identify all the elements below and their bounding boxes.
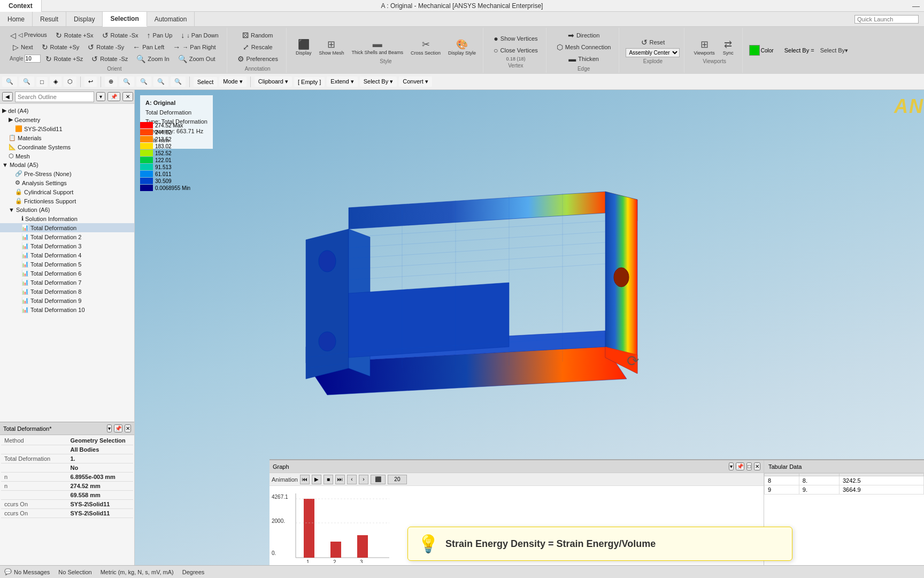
outline-pin-btn[interactable]: 📌 xyxy=(107,92,120,101)
tree-item-model[interactable]: ▶ del (A4) xyxy=(0,106,134,115)
close-vertices-btn[interactable]: ○Close Vertices xyxy=(490,44,542,56)
anim-start-btn[interactable]: ⏮ xyxy=(300,475,310,484)
tree-item-analysis[interactable]: ⚙ Analysis Settings xyxy=(0,178,134,187)
context-tab[interactable]: Context xyxy=(0,0,42,12)
zoom-out-btn[interactable]: 🔍Zoom Out xyxy=(174,53,219,65)
graph-arrow-btn[interactable]: ▾ xyxy=(729,462,734,470)
tabular-row-2[interactable]: 9 9. 3664.9 xyxy=(765,485,924,495)
tb2-mag4[interactable]: 🔍 xyxy=(171,77,186,87)
rescale-btn[interactable]: ⤢Rescale xyxy=(239,41,276,53)
tb2-target[interactable]: ◈ xyxy=(50,77,61,87)
anim-end-btn[interactable]: ⏭ xyxy=(335,475,345,484)
rotate-sz-btn[interactable]: ↻Rotate +Sz xyxy=(42,53,87,65)
rotate-sx-btn[interactable]: ↻Rotate +Sx xyxy=(52,29,97,41)
tree-item-materials[interactable]: 📋 Materials xyxy=(0,133,134,142)
tb2-search1[interactable]: 🔍 xyxy=(2,77,17,87)
angle-input[interactable] xyxy=(25,55,41,63)
outline-search-input[interactable] xyxy=(15,92,94,102)
tree-item-totaldef[interactable]: 📊 Total Deformation xyxy=(0,223,134,232)
tree-item-totaldef2[interactable]: 📊 Total Deformation 2 xyxy=(0,232,134,241)
viewport[interactable]: AN A: Original Total Deformation Type: T… xyxy=(135,90,924,577)
props-close-btn[interactable]: ✕ xyxy=(125,424,131,432)
preferences-btn[interactable]: ⚙Preferences xyxy=(234,53,282,65)
close-button[interactable]: — xyxy=(912,2,920,10)
props-pin-btn[interactable]: 📌 xyxy=(114,424,122,432)
previous-btn[interactable]: ◁◁ Previous xyxy=(6,29,51,41)
tree-item-totaldef6[interactable]: 📊 Total Deformation 6 xyxy=(0,269,134,278)
direction-btn[interactable]: ➡Direction xyxy=(564,29,603,41)
tb2-convert[interactable]: Convert ▾ xyxy=(399,77,432,87)
pan-up-btn[interactable]: ↑Pan Up xyxy=(143,29,176,41)
tree-item-totaldef4[interactable]: 📊 Total Deformation 4 xyxy=(0,250,134,260)
tb2-extend[interactable]: Extend ▾ xyxy=(327,77,357,87)
anim-stop-btn[interactable]: ■ xyxy=(324,475,333,484)
reset-btn[interactable]: ↺Reset xyxy=(637,36,669,48)
graph-close-btn[interactable]: ✕ xyxy=(754,462,760,470)
thick-shells-btn[interactable]: ▬ Thick Shells and Beams xyxy=(349,37,406,57)
tree-item-prestress[interactable]: 🔗 Pre-Stress (None) xyxy=(0,169,134,178)
tabular-row-1[interactable]: 8 8. 3242.5 xyxy=(765,476,924,485)
outline-collapse-btn[interactable]: ◀ xyxy=(2,92,13,101)
tab-display[interactable]: Display xyxy=(66,12,103,26)
tab-result[interactable]: Result xyxy=(33,12,66,26)
anim-box-btn[interactable]: ⬛ xyxy=(371,475,386,484)
tb2-search2[interactable]: 🔍 xyxy=(19,77,34,87)
sync-btn[interactable]: ⇄ Sync xyxy=(719,37,738,57)
tree-item-totaldef3[interactable]: 📊 Total Deformation 3 xyxy=(0,241,134,250)
tree-item-coord[interactable]: 📐 Coordinate Systems xyxy=(0,142,134,151)
cross-section-btn[interactable]: ✂ Cross Section xyxy=(408,37,443,57)
mesh-connection-btn[interactable]: ⬡Mesh Connection xyxy=(553,41,615,53)
tree-item-modal[interactable]: ▼ Modal (A5) xyxy=(0,161,134,169)
tb2-plus-search[interactable]: ⊕ xyxy=(105,77,117,87)
display-btn[interactable]: ⬛ Display xyxy=(293,37,314,57)
tree-item-totaldef7[interactable]: 📊 Total Deformation 7 xyxy=(0,278,134,287)
tb2-hex[interactable]: ⬡ xyxy=(64,77,76,87)
tree-item-totaldef9[interactable]: 📊 Total Deformation 9 xyxy=(0,296,134,305)
show-vertices-btn[interactable]: ●Show Vertices xyxy=(490,33,541,44)
anim-next-btn[interactable]: › xyxy=(359,475,368,484)
assembly-center-select[interactable]: Assembly Center xyxy=(626,48,680,57)
show-mesh-btn[interactable]: ⊞ Show Mesh xyxy=(316,37,346,57)
tree-item-cylindrical[interactable]: 🔒 Cylindrical Support xyxy=(0,187,134,196)
anim-play-btn[interactable]: ▶ xyxy=(312,475,321,484)
graph-max-btn[interactable]: □ xyxy=(746,462,752,470)
tb2-selectby[interactable]: Select By ▾ xyxy=(360,77,397,87)
anim-prev-btn[interactable]: ‹ xyxy=(347,475,357,484)
quick-launch-input[interactable] xyxy=(854,15,919,24)
pan-down-btn[interactable]: ↓↓ Pan Down xyxy=(177,29,222,41)
outline-close-btn[interactable]: ✕ xyxy=(122,92,133,101)
tree-item-solution[interactable]: ▼ Solution (A6) xyxy=(0,206,134,214)
next-btn[interactable]: ▷Next xyxy=(9,41,37,53)
tree-item-solutioninfo[interactable]: ℹ Solution Information xyxy=(0,214,134,223)
tb2-select[interactable]: Select xyxy=(194,77,218,87)
rotate-sy-btn[interactable]: ↻Rotate +Sy xyxy=(38,41,83,53)
tree-item-totaldef5[interactable]: 📊 Total Deformation 5 xyxy=(0,260,134,269)
pan-left-btn[interactable]: ←Pan Left xyxy=(129,41,168,53)
props-filter-btn[interactable]: ▾ xyxy=(107,424,112,432)
tb2-clipboard[interactable]: Clipboard ▾ xyxy=(255,77,292,87)
tb2-empty[interactable]: [ Empty ] xyxy=(294,77,325,87)
tab-home[interactable]: Home xyxy=(0,12,33,26)
rotate-sz2-btn[interactable]: ↺Rotate -Sz xyxy=(88,53,132,65)
tree-item-solid11[interactable]: 🟧 SYS-2\Solid11 xyxy=(0,124,134,133)
display-style-btn[interactable]: 🎨 Display Style xyxy=(445,37,479,57)
tb2-mag3[interactable]: 🔍 xyxy=(153,77,168,87)
color-picker[interactable]: Color xyxy=(749,45,774,56)
tree-item-geometry[interactable]: ▶ Geometry xyxy=(0,115,134,124)
graph-pin-btn[interactable]: 📌 xyxy=(736,462,744,470)
tab-automation[interactable]: Automation xyxy=(147,12,195,26)
tb2-mode[interactable]: Mode ▾ xyxy=(219,77,247,87)
tree-item-mesh[interactable]: ⬡ Mesh xyxy=(0,151,134,161)
zoom-in-btn[interactable]: 🔍Zoom In xyxy=(133,53,173,65)
select-by-btn[interactable]: Select By▾ xyxy=(817,45,852,56)
tab-selection[interactable]: Selection xyxy=(103,12,147,27)
tb2-mag1[interactable]: 🔍 xyxy=(119,77,134,87)
tree-item-frictionless[interactable]: 🔒 Frictionless Support xyxy=(0,196,134,206)
anim-frames-input[interactable]: 20 xyxy=(388,475,407,484)
tb2-box[interactable]: □ xyxy=(36,77,48,87)
thicken-btn[interactable]: ▬Thicken xyxy=(565,53,603,65)
random-btn[interactable]: ⚄Random xyxy=(238,29,277,41)
rotate-sy2-btn[interactable]: ↺Rotate -Sy xyxy=(84,41,128,53)
tree-item-totaldef10[interactable]: 📊 Total Deformation 10 xyxy=(0,305,134,314)
quick-launch-box[interactable] xyxy=(849,12,924,26)
